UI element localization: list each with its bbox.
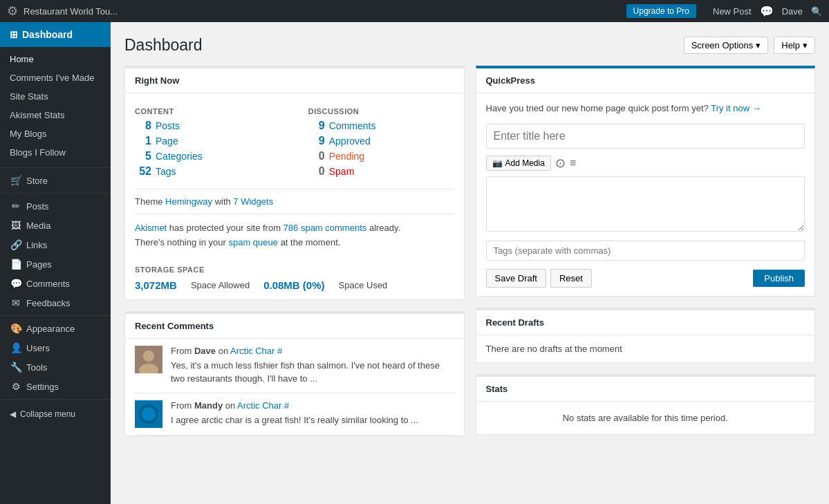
tags-link[interactable]: Tags [156,166,176,177]
sidebar-item-dashboard[interactable]: ⊞ Dashboard [0,22,111,47]
widgets-link[interactable]: 7 Widgets [233,196,273,207]
stats-empty: No stats are available for this time per… [476,402,815,434]
quickpress-intro: Have you tried our new home page quick p… [486,102,805,115]
sidebar-item-links[interactable]: 🔗 Links [0,235,111,254]
sidebar-item-pages[interactable]: 📄 Pages [0,254,111,274]
sidebar-item-comments[interactable]: 💬 Comments [0,274,111,293]
quickpress-tags-input[interactable] [486,241,805,261]
appearance-icon: 🎨 [10,323,22,334]
settings-label: Settings [26,382,59,392]
spam-queue-link[interactable]: spam queue [228,237,278,248]
avatar-icon-2 [135,400,162,428]
help-label: Help [781,40,800,50]
sidebar-item-comments-made[interactable]: Comments I've Made [0,68,111,87]
right-now-widget: Right Now CONTENT 8 Posts 1 [124,66,465,300]
spam-comments-link[interactable]: 786 spam comments [283,223,367,233]
akismet-line: Akismet has protected your site from 786… [135,214,454,257]
users-label: Users [26,343,50,353]
toolbar-icon-2: ≡ [570,157,576,169]
akismet-line2-post: at the moment. [281,237,341,248]
categories-count-item: 5 Categories [135,150,281,162]
screen-options-label: Screen Options [691,40,754,50]
pages-icon: 📄 [10,259,22,270]
media-label: Media [26,221,50,231]
sidebar-item-home[interactable]: Home [0,50,111,68]
sidebar-item-tools[interactable]: 🔧 Tools [0,357,111,377]
posts-count: 8 [135,120,151,132]
categories-count: 5 [135,150,151,162]
right-column: QuickPress Have you tried our new home p… [476,66,816,436]
spam-link[interactable]: Spam [329,166,355,177]
quickpress-content-textarea[interactable] [486,176,805,232]
sidebar-item-site-stats[interactable]: Site Stats [0,87,111,106]
sidebar-item-settings[interactable]: ⚙ Settings [0,377,111,396]
comment-text-2: I agree arctic char is a great fish! It'… [171,413,454,427]
add-media-button[interactable]: 📷 Add Media [486,156,551,171]
try-it-now-link[interactable]: Try it now → [711,103,761,113]
pending-link[interactable]: Pending [329,151,364,162]
approved-link[interactable]: Approved [329,136,371,147]
sidebar-item-posts[interactable]: ✏ Posts [0,196,111,216]
svg-point-5 [142,407,156,421]
collapse-menu-button[interactable]: ◀ Collapse menu [0,402,111,426]
posts-count-item: 8 Posts [135,120,281,132]
akismet-post: already. [369,223,400,233]
comment-text-1: Yes, it's a much less fishier fish than … [171,359,454,386]
comment-avatar-2 [135,400,162,428]
spam-count: 0 [308,165,325,178]
comments-icon[interactable]: 💬 [760,5,774,18]
users-icon: 👤 [10,342,22,353]
posts-link[interactable]: Posts [156,120,180,131]
storage-used-num: 0.08MB (0%) [263,279,324,291]
right-now-title: Right Now [135,75,179,86]
comments-link[interactable]: Comments [329,120,376,131]
blogs-follow-label: Blogs I Follow [10,147,66,158]
content-header-label: CONTENT [135,107,281,115]
sidebar-item-akismet-stats[interactable]: Akismet Stats [0,106,111,124]
pending-count: 0 [308,150,325,162]
save-draft-button[interactable]: Save Draft [486,269,546,288]
pages-label: Pages [26,259,52,270]
theme-text: Theme [135,196,165,207]
upgrade-button[interactable]: Upgrade to Pro [626,4,696,18]
comment-post-link-2[interactable]: Arctic Char # [237,400,289,411]
comments-count-item: 9 Comments [308,120,454,132]
wp-logo-icon: ⚙ [7,3,18,19]
sidebar-item-store[interactable]: 🛒 Store [0,171,111,190]
storage-row: 3,072MB Space Allowed 0.08MB (0%) Space … [135,279,454,291]
akismet-link[interactable]: Akismet [135,223,167,233]
help-button[interactable]: Help ▾ [774,37,815,54]
publish-button[interactable]: Publish [753,270,805,287]
sidebar-item-media[interactable]: 🖼 Media [0,216,111,235]
sidebar-item-feedbacks[interactable]: ✉ Feedbacks [0,293,111,312]
user-name[interactable]: Dave [782,6,803,17]
screen-options-button[interactable]: Screen Options ▾ [684,37,769,54]
new-post-link[interactable]: New Post [713,6,752,17]
recent-comments-widget: Recent Comments [124,311,465,436]
recent-comments-header: Recent Comments [125,314,464,339]
recent-comments-body: From Dave on Arctic Char # Yes, it's a m… [125,339,464,436]
quickpress-title-input[interactable] [486,124,805,149]
comment-post-link-1[interactable]: Arctic Char # [230,346,282,356]
home-label: Home [10,54,34,64]
links-icon: 🔗 [10,239,22,250]
store-label: Store [26,176,48,186]
categories-link[interactable]: Categories [156,151,203,162]
quickpress-intro-text: Have you tried our new home page quick p… [486,103,709,113]
sidebar-item-appearance[interactable]: 🎨 Appearance [0,319,111,338]
reset-button[interactable]: Reset [550,269,592,288]
storage-header-label: STORAGE SPACE [135,265,454,274]
tags-count: 52 [135,165,151,178]
theme-name-link[interactable]: Hemingway [165,196,212,207]
sidebar-item-blogs-follow[interactable]: Blogs I Follow [0,143,111,162]
search-icon[interactable]: 🔍 [811,6,822,17]
sidebar-item-users[interactable]: 👤 Users [0,338,111,357]
sidebar-item-my-blogs[interactable]: My Blogs [0,124,111,143]
stats-widget: Stats No stats are available for this ti… [476,374,816,435]
recent-drafts-widget: Recent Drafts There are no drafts at the… [476,308,816,363]
comment-avatar-1 [135,346,162,373]
page-link[interactable]: Page [156,136,178,147]
quickpress-header: QuickPress [476,68,815,93]
comment-from-label-2: From [171,400,194,411]
comment-from-2: From Mandy on Arctic Char # [171,400,454,411]
